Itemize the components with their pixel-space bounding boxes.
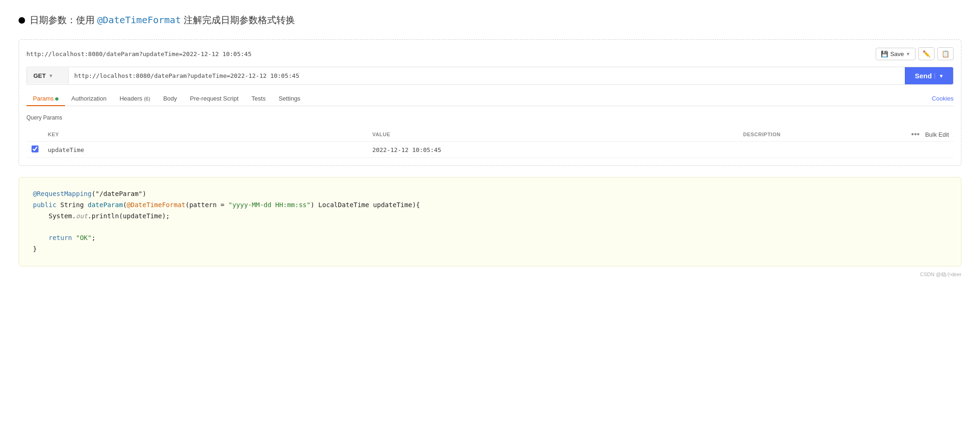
code-line-4 xyxy=(33,221,947,233)
col-header-checkbox xyxy=(26,127,43,142)
bulk-edit-button[interactable]: Bulk Edit xyxy=(925,131,949,138)
row-checkbox[interactable] xyxy=(32,145,38,152)
more-options-icon[interactable]: ••• xyxy=(911,130,920,138)
save-chevron-icon: ▼ xyxy=(906,51,910,57)
code-line-1: @RequestMapping("/dateParam") xyxy=(33,189,947,200)
tab-tests[interactable]: Tests xyxy=(245,91,272,106)
code-line-2: public String dateParam(@DateTimeFormat(… xyxy=(33,200,947,211)
bullet-point xyxy=(19,17,25,24)
pencil-icon: ✏️ xyxy=(922,50,930,57)
request-line: GET ▼ Send ▼ xyxy=(26,67,954,85)
row-key-cell: updateTime xyxy=(43,142,368,158)
header-text: 日期参数：使用 @DateTimeFormat 注解完成日期参数格式转换 xyxy=(30,14,295,26)
tab-body[interactable]: Body xyxy=(157,91,184,106)
table-row: updateTime 2022-12-12 10:05:45 xyxy=(26,142,954,158)
send-chevron-icon: ▼ xyxy=(935,73,944,79)
query-params-label: Query Params xyxy=(26,113,954,123)
watermark: CSDN @稳小deer xyxy=(19,271,961,278)
col-header-value: VALUE xyxy=(368,127,739,142)
method-chevron-icon: ▼ xyxy=(49,73,53,78)
tabs-bar: Params Authorization Headers (6) Body Pr… xyxy=(26,91,954,106)
code-line-5: return "OK"; xyxy=(33,233,947,244)
send-button[interactable]: Send ▼ xyxy=(905,67,953,84)
copy-icon: 📋 xyxy=(942,50,949,57)
save-button[interactable]: 💾 Save ▼ xyxy=(876,48,916,60)
save-icon: 💾 xyxy=(881,51,888,57)
page-header: 日期参数：使用 @DateTimeFormat 注解完成日期参数格式转换 xyxy=(19,14,961,26)
tab-params[interactable]: Params xyxy=(26,91,65,106)
tab-authorization[interactable]: Authorization xyxy=(65,91,113,106)
copy-icon-button[interactable]: 📋 xyxy=(937,47,954,60)
col-header-key: KEY xyxy=(43,127,368,142)
code-line-3: System.out.println(updateTime); xyxy=(33,211,947,222)
code-block: @RequestMapping("/dateParam") public Str… xyxy=(19,177,961,266)
col-header-description: DESCRIPTION xyxy=(738,127,898,142)
url-display-text: http://localhost:8080/dateParam?updateTi… xyxy=(26,51,251,57)
tab-headers[interactable]: Headers (6) xyxy=(113,91,157,106)
url-top-bar: http://localhost:8080/dateParam?updateTi… xyxy=(26,47,954,60)
tab-pre-request-script[interactable]: Pre-request Script xyxy=(184,91,245,106)
edit-icon-button[interactable]: ✏️ xyxy=(918,47,935,60)
code-line-6: } xyxy=(33,244,947,255)
row-description-cell xyxy=(738,142,898,158)
row-actions-cell xyxy=(898,142,954,158)
postman-panel: http://localhost:8080/dateParam?updateTi… xyxy=(19,39,961,166)
tab-cookies[interactable]: Cookies xyxy=(932,95,954,102)
url-input[interactable] xyxy=(69,68,905,84)
row-checkbox-cell xyxy=(26,142,43,158)
params-table: KEY VALUE DESCRIPTION ••• Bulk Edit upda… xyxy=(26,127,954,158)
col-header-actions: ••• Bulk Edit xyxy=(898,127,954,142)
top-actions: 💾 Save ▼ ✏️ 📋 xyxy=(876,47,954,60)
tab-settings[interactable]: Settings xyxy=(272,91,307,106)
row-value-cell: 2022-12-12 10:05:45 xyxy=(368,142,739,158)
params-dot xyxy=(55,97,58,101)
method-selector[interactable]: GET ▼ xyxy=(27,68,69,84)
